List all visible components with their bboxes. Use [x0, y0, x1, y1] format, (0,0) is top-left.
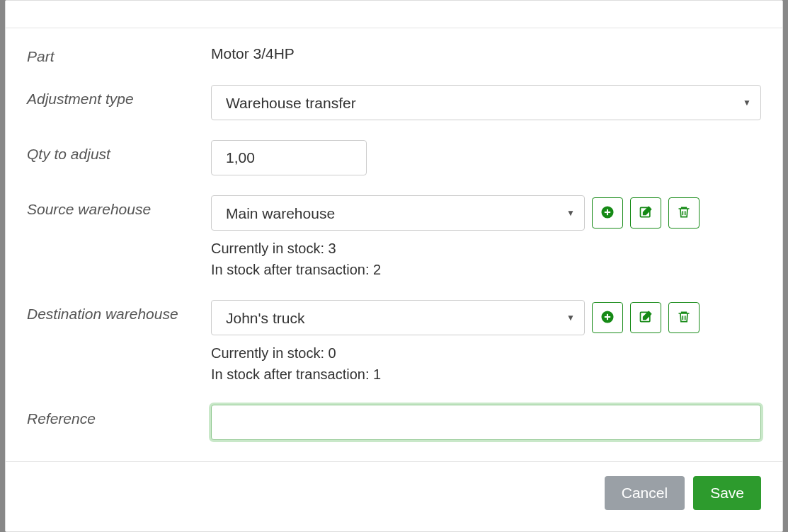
plus-circle-icon — [600, 205, 615, 221]
qty-input[interactable] — [211, 140, 367, 175]
destination-stock-current: Currently in stock: 0 — [211, 342, 761, 364]
source-warehouse-select[interactable]: Main warehouse — [211, 195, 585, 231]
destination-add-button[interactable] — [592, 302, 623, 333]
field-destination-warehouse: Destination warehouse John's truck ▼ — [27, 300, 761, 385]
source-stock-after: In stock after transaction: 2 — [211, 259, 761, 280]
destination-label: Destination warehouse — [27, 300, 211, 323]
field-part: Part Motor 3/4HP — [27, 42, 761, 65]
modal-body: Part Motor 3/4HP Adjustment type Warehou… — [6, 28, 782, 461]
reference-input[interactable] — [211, 405, 761, 440]
trash-icon — [677, 205, 691, 221]
field-adjustment-type: Adjustment type Warehouse transfer ▼ — [27, 85, 761, 120]
plus-circle-icon — [600, 310, 615, 326]
part-value: Motor 3/4HP — [211, 42, 761, 62]
source-label: Source warehouse — [27, 195, 211, 218]
adjustment-modal: Part Motor 3/4HP Adjustment type Warehou… — [5, 0, 783, 532]
reference-label: Reference — [27, 405, 211, 427]
pencil-square-icon — [639, 310, 653, 326]
destination-edit-button[interactable] — [630, 302, 661, 333]
destination-warehouse-select[interactable]: John's truck — [211, 300, 585, 335]
source-stock-info: Currently in stock: 3 In stock after tra… — [211, 238, 761, 280]
source-stock-current: Currently in stock: 3 — [211, 238, 761, 259]
adjustment-type-select[interactable]: Warehouse transfer — [211, 85, 761, 120]
destination-stock-after: In stock after transaction: 1 — [211, 364, 761, 385]
save-button[interactable]: Save — [693, 476, 761, 510]
source-add-button[interactable] — [592, 197, 623, 229]
field-reference: Reference — [27, 405, 761, 440]
qty-label: Qty to adjust — [27, 140, 211, 163]
field-source-warehouse: Source warehouse Main warehouse ▼ — [27, 195, 761, 280]
modal-header — [6, 1, 782, 28]
source-edit-button[interactable] — [630, 197, 661, 229]
cancel-button[interactable]: Cancel — [605, 476, 685, 510]
trash-icon — [677, 310, 691, 326]
modal-footer: Cancel Save — [6, 461, 782, 531]
field-qty: Qty to adjust — [27, 140, 761, 175]
part-label: Part — [27, 42, 211, 65]
destination-delete-button[interactable] — [668, 302, 700, 333]
source-delete-button[interactable] — [668, 197, 700, 229]
destination-stock-info: Currently in stock: 0 In stock after tra… — [211, 342, 761, 385]
pencil-square-icon — [639, 205, 653, 221]
adjustment-type-label: Adjustment type — [27, 85, 211, 108]
